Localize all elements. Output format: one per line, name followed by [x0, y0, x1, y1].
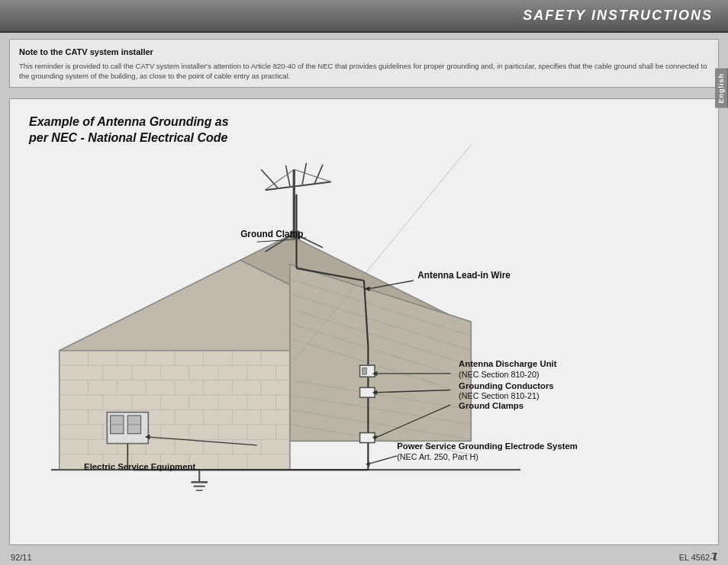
footer: 92/11 EL 4562-1 [0, 550, 728, 565]
note-title: Note to the CATV system installer [19, 46, 709, 59]
svg-line-86 [314, 165, 323, 184]
antenna-diagram: Ground Clamp Antenna Lead-in Wire Antenn… [10, 99, 718, 544]
svg-text:(NEC Section 810-20): (NEC Section 810-20) [459, 370, 539, 379]
svg-text:Power Service Grounding Electr: Power Service Grounding Electrode System [397, 441, 578, 451]
page-number: 7 [712, 551, 717, 562]
diagram-box: Example of Antenna Grounding as per NEC … [9, 98, 719, 545]
side-tab: English [715, 69, 728, 108]
header: SAFETY INSTRUCTIONS [0, 0, 728, 33]
svg-text:Ground Clamp: Ground Clamp [240, 229, 303, 239]
svg-text:Antenna Lead-in Wire: Antenna Lead-in Wire [417, 270, 511, 281]
svg-line-84 [285, 165, 289, 186]
note-text: This reminder is provided to call the CA… [19, 61, 709, 82]
svg-rect-100 [362, 368, 366, 374]
svg-line-83 [261, 169, 278, 188]
svg-line-88 [294, 169, 331, 181]
note-box: Note to the CATV system installer This r… [9, 39, 719, 88]
page-container: SAFETY INSTRUCTIONS English Note to the … [0, 0, 728, 565]
svg-text:Grounding Conductors: Grounding Conductors [459, 382, 554, 391]
header-title: SAFETY INSTRUCTIONS [523, 8, 713, 23]
svg-line-120 [368, 456, 397, 464]
svg-text:Electric Service Equipment: Electric Service Equipment [84, 462, 195, 471]
svg-text:Ground Clamps: Ground Clamps [459, 401, 523, 410]
footer-date: 92/11 [11, 553, 32, 562]
svg-text:(NEC Art. 250, Part H): (NEC Art. 250, Part H) [397, 452, 478, 461]
svg-text:Antenna Discharge Unit: Antenna Discharge Unit [459, 359, 557, 368]
svg-rect-102 [360, 433, 375, 443]
svg-text:(NEC Section 810-21): (NEC Section 810-21) [459, 391, 539, 400]
